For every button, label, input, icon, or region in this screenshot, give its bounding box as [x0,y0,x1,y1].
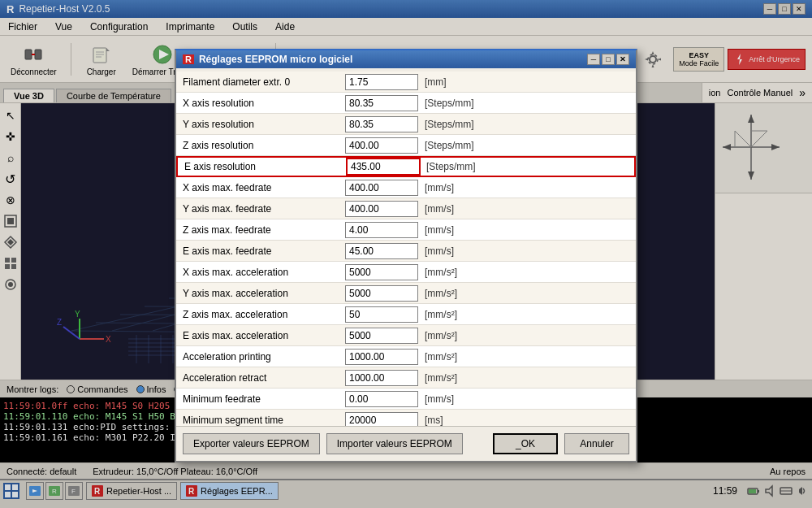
param-input-12[interactable] [345,328,418,344]
param-input-13[interactable] [345,349,418,365]
param-input-4[interactable] [347,158,420,175]
param-unit-7: [mm/s] [425,224,454,236]
param-unit-13: [mm/s²] [425,351,457,363]
param-row-8: E axis max. feedrate[mm/s] [176,241,636,262]
param-label-11: Z axis max. acceleration [183,309,345,320]
param-label-15: Minimum feedrate [183,393,345,405]
param-input-16[interactable] [345,412,418,427]
param-row-5: X axis max. feedrate[mm/s] [176,177,636,198]
param-unit-16: [ms] [425,415,443,426]
param-input-7[interactable] [345,222,418,238]
param-input-8[interactable] [345,243,418,259]
param-unit-9: [mm/s²] [425,267,457,278]
param-unit-1: [Steps/mm] [425,98,474,109]
param-label-8: E axis max. feedrate [183,245,345,257]
modal-footer: Exporter valeurs EEPROM Importer valeurs… [176,426,636,461]
import-eeprom-button[interactable]: Importer valeurs EEPROM [326,433,463,454]
param-row-4: E axis resolution[Steps/mm] [176,156,636,177]
param-unit-0: [mm] [425,76,447,88]
modal-app-icon: R [183,54,194,64]
param-input-5[interactable] [345,180,418,196]
modal-close-btn[interactable]: ✕ [616,54,629,65]
modal-content: Filament diameter extr. 0[mm]X axis reso… [176,68,636,426]
eeprom-modal: R Réglages EEPROM micro logiciel ─ □ ✕ F… [175,49,637,462]
param-unit-5: [mm/s] [425,182,454,193]
modal-minimize-btn[interactable]: ─ [587,54,600,65]
app-window: R Repetier-Host V2.0.5 ─ □ ✕ Fichier Vue… [0,0,812,508]
param-row-14: Acceleration retract[mm/s²] [176,367,636,389]
modal-maximize-btn[interactable]: □ [602,54,615,65]
param-row-10: Y axis max. acceleration[mm/s²] [176,283,636,304]
param-unit-10: [mm/s²] [425,288,457,299]
param-row-16: Minimum segment time[ms] [176,410,636,426]
param-row-6: Y axis max. feedrate[mm/s] [176,198,636,219]
param-input-11[interactable] [345,306,418,323]
param-label-9: X axis max. acceleration [183,267,345,278]
param-unit-3: [Steps/mm] [425,140,474,151]
param-label-2: Y axis resolution [183,119,345,130]
param-unit-8: [mm/s] [425,245,454,257]
export-eeprom-button[interactable]: Exporter valeurs EEPROM [183,433,320,454]
ok-button[interactable]: _OK [493,433,558,454]
param-label-13: Acceleration printing [183,351,345,363]
param-input-10[interactable] [345,285,418,302]
param-row-13: Acceleration printing[mm/s²] [176,346,636,367]
param-label-14: Acceleration retract [183,372,345,384]
param-label-10: Y axis max. acceleration [183,288,345,299]
modal-footer-left: Exporter valeurs EEPROM Importer valeurs… [183,433,463,454]
param-label-12: E axis max. acceleration [183,330,345,341]
modal-footer-right: _OK Annuler [493,433,629,454]
modal-overlay: R Réglages EEPROM micro logiciel ─ □ ✕ F… [0,0,812,508]
param-unit-2: [Steps/mm] [425,119,474,130]
param-label-6: Y axis max. feedrate [183,203,345,215]
param-row-11: Z axis max. acceleration[mm/s²] [176,304,636,325]
param-input-15[interactable] [345,391,418,407]
param-row-9: X axis max. acceleration[mm/s²] [176,262,636,283]
param-input-3[interactable] [345,137,418,154]
param-input-1[interactable] [345,95,418,111]
param-label-1: X axis resolution [183,98,345,109]
param-row-1: X axis resolution[Steps/mm] [176,93,636,114]
param-label-7: Z axis max. feedrate [183,224,345,236]
param-unit-15: [mm/s] [425,393,454,405]
param-unit-6: [mm/s] [425,203,454,215]
param-unit-11: [mm/s²] [425,309,457,320]
param-input-0[interactable] [345,74,418,90]
param-input-9[interactable] [345,264,418,280]
modal-title-controls: ─ □ ✕ [587,54,629,65]
param-unit-14: [mm/s²] [425,372,457,384]
param-unit-12: [mm/s²] [425,330,457,341]
param-unit-4: [Steps/mm] [426,161,476,172]
param-input-2[interactable] [345,116,418,132]
modal-title-bar: R Réglages EEPROM micro logiciel ─ □ ✕ [176,50,636,68]
param-row-12: E axis max. acceleration[mm/s²] [176,325,636,346]
param-row-3: Z axis resolution[Steps/mm] [176,135,636,156]
param-row-15: Minimum feedrate[mm/s] [176,389,636,410]
param-input-14[interactable] [345,370,418,386]
param-input-6[interactable] [345,201,418,217]
modal-title: Réglages EEPROM micro logiciel [199,54,352,65]
param-row-0: Filament diameter extr. 0[mm] [176,72,636,93]
param-row-7: Z axis max. feedrate[mm/s] [176,219,636,241]
param-label-5: X axis max. feedrate [183,182,345,193]
param-row-2: Y axis resolution[Steps/mm] [176,114,636,135]
param-label-16: Minimum segment time [183,415,345,426]
cancel-button[interactable]: Annuler [564,433,629,454]
param-label-3: Z axis resolution [183,140,345,151]
param-label-0: Filament diameter extr. 0 [183,76,345,88]
param-label-4: E axis resolution [184,161,347,172]
